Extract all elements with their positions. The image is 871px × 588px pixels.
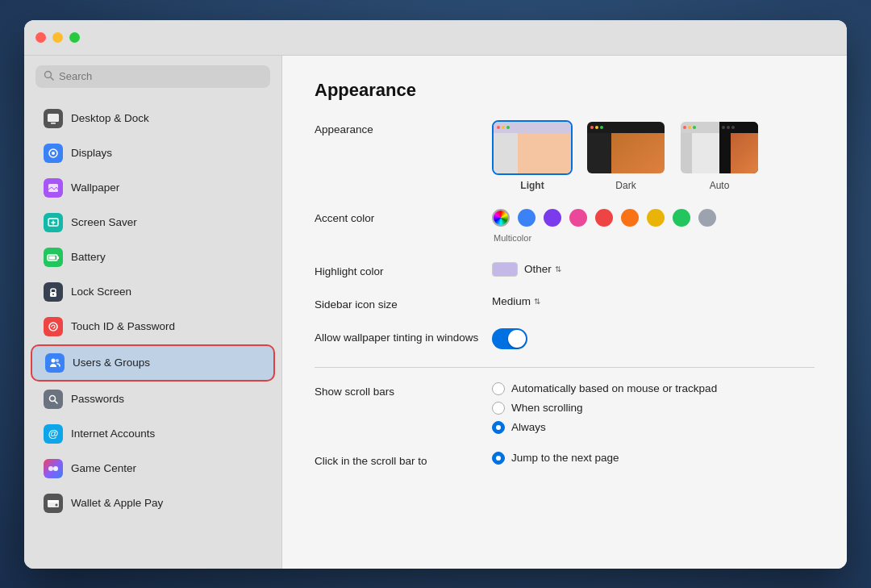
sidebar-item-label: Passwords bbox=[71, 393, 124, 405]
internet-accounts-icon: @ bbox=[44, 424, 63, 444]
appearance-name-dark: Dark bbox=[615, 180, 636, 191]
svg-line-1 bbox=[51, 77, 53, 80]
accent-color-label: Accent color bbox=[315, 209, 492, 224]
scroll-bars-auto-label: Automatically based on mouse or trackpad bbox=[511, 382, 717, 394]
search-bar[interactable] bbox=[35, 65, 270, 88]
appearance-option-light[interactable]: Light bbox=[492, 120, 573, 191]
battery-icon bbox=[44, 248, 63, 267]
search-input[interactable] bbox=[59, 70, 262, 82]
accent-green[interactable] bbox=[673, 209, 690, 227]
sidebar-item-wallet[interactable]: Wallet & Apple Pay bbox=[31, 486, 275, 520]
svg-point-0 bbox=[45, 71, 52, 77]
click-scroll-bar-control: Jump to the next page bbox=[492, 452, 815, 465]
svg-point-12 bbox=[52, 294, 54, 295]
thumb-red-dot bbox=[497, 126, 500, 129]
sidebar-item-passwords[interactable]: Passwords bbox=[31, 382, 275, 416]
sidebar-item-label: Desktop & Dock bbox=[71, 112, 149, 124]
sidebar-item-label: Wallpaper bbox=[71, 181, 119, 194]
appearance-thumb-light bbox=[492, 120, 573, 175]
svg-rect-2 bbox=[48, 114, 59, 122]
sidebar-item-label: Battery bbox=[71, 251, 106, 263]
highlight-color-control: Other ⇅ bbox=[492, 262, 815, 277]
svg-point-13 bbox=[49, 323, 57, 331]
appearance-thumb-dark bbox=[586, 120, 666, 175]
traffic-lights bbox=[35, 32, 80, 43]
svg-point-14 bbox=[52, 358, 56, 362]
sidebar-item-label: Touch ID & Password bbox=[71, 320, 175, 332]
sidebar-icon-size-control: Medium ⇅ bbox=[492, 295, 815, 307]
wallpaper-tinting-row: Allow wallpaper tinting in windows bbox=[315, 328, 815, 349]
thumb-main bbox=[611, 133, 665, 175]
highlight-swatch[interactable] bbox=[492, 262, 518, 277]
sidebar-item-battery[interactable]: Battery bbox=[31, 240, 275, 274]
sidebar-item-displays[interactable]: Displays bbox=[31, 136, 275, 170]
wallpaper-tinting-control bbox=[492, 328, 815, 349]
highlight-color-label: Highlight color bbox=[315, 262, 492, 277]
accent-graphite[interactable] bbox=[698, 209, 716, 227]
sidebar-item-label: Lock Screen bbox=[71, 286, 131, 298]
sidebar-item-desktop-dock[interactable]: Desktop & Dock bbox=[31, 102, 275, 136]
appearance-option-auto[interactable]: Auto bbox=[679, 120, 760, 191]
scroll-bars-scrolling[interactable]: When scrolling bbox=[492, 402, 717, 415]
highlight-color-row: Highlight color Other ⇅ bbox=[315, 262, 815, 277]
accent-multicolor[interactable] bbox=[492, 209, 510, 227]
accent-color-row: Accent color bbox=[315, 209, 815, 244]
click-scroll-jump-page[interactable]: Jump to the next page bbox=[492, 452, 619, 465]
sidebar-item-wallpaper[interactable]: Wallpaper bbox=[31, 171, 275, 205]
thumb-red-dot bbox=[590, 126, 594, 129]
minimize-button[interactable] bbox=[52, 32, 63, 43]
sidebar-icon-size-value: Medium bbox=[492, 295, 531, 307]
toggle-knob bbox=[508, 330, 526, 348]
sidebar-item-users-groups[interactable]: Users & Groups bbox=[31, 344, 275, 382]
scroll-bars-auto[interactable]: Automatically based on mouse or trackpad bbox=[492, 382, 717, 395]
sidebar-item-touch-id[interactable]: Touch ID & Password bbox=[31, 310, 275, 344]
click-scroll-bar-label: Click in the scroll bar to bbox=[315, 452, 492, 467]
close-button[interactable] bbox=[35, 32, 46, 43]
sidebar-item-game-center[interactable]: Game Center bbox=[31, 452, 275, 486]
sidebar-item-label: Internet Accounts bbox=[71, 427, 155, 440]
appearance-control: Light bbox=[492, 120, 815, 191]
appearance-name-light: Light bbox=[520, 180, 544, 191]
sidebar-list: Desktop & Dock Displays bbox=[24, 98, 281, 569]
sidebar-item-screen-saver[interactable]: Screen Saver bbox=[31, 206, 275, 240]
accent-yellow[interactable] bbox=[647, 209, 665, 227]
sidebar-icon-size-label: Sidebar icon size bbox=[315, 295, 492, 311]
scroll-bars-always-label: Always bbox=[511, 421, 546, 433]
appearance-option-dark[interactable]: Dark bbox=[586, 120, 666, 191]
sidebar-item-label: Game Center bbox=[71, 462, 136, 474]
accent-red[interactable] bbox=[595, 209, 613, 227]
content-area: Desktop & Dock Displays bbox=[24, 56, 847, 569]
accent-colors: Multicolor bbox=[492, 209, 716, 244]
users-groups-icon bbox=[45, 353, 65, 373]
wallpaper-tinting-toggle[interactable] bbox=[492, 328, 527, 349]
accent-pink[interactable] bbox=[569, 209, 587, 227]
highlight-dropdown[interactable]: Other ⇅ bbox=[524, 263, 561, 275]
sidebar-item-internet-accounts[interactable]: @ Internet Accounts bbox=[31, 417, 275, 451]
wallet-icon bbox=[44, 494, 63, 513]
accent-purple[interactable] bbox=[544, 209, 561, 227]
scroll-bars-scrolling-label: When scrolling bbox=[511, 402, 583, 414]
appearance-thumb-auto bbox=[679, 120, 760, 175]
maximize-button[interactable] bbox=[69, 32, 80, 43]
svg-point-15 bbox=[56, 359, 59, 362]
accent-orange[interactable] bbox=[621, 209, 639, 227]
radio-circle-always bbox=[492, 421, 505, 434]
wallpaper-icon bbox=[44, 178, 63, 198]
game-center-icon bbox=[44, 459, 63, 478]
thumb-green-dot bbox=[600, 126, 603, 129]
sidebar-icon-size-dropdown[interactable]: Medium ⇅ bbox=[492, 295, 540, 307]
accent-blue[interactable] bbox=[518, 209, 536, 227]
sidebar-icon-size-row: Sidebar icon size Medium ⇅ bbox=[315, 295, 815, 311]
svg-point-5 bbox=[52, 152, 55, 155]
radio-circle-scrolling bbox=[492, 402, 505, 415]
svg-rect-9 bbox=[49, 256, 56, 259]
accent-row bbox=[492, 209, 716, 227]
highlight-control: Other ⇅ bbox=[492, 262, 561, 277]
click-scroll-radio-group: Jump to the next page bbox=[492, 452, 619, 465]
svg-point-22 bbox=[56, 503, 58, 506]
sidebar-item-lock-screen[interactable]: Lock Screen bbox=[31, 275, 275, 309]
thumb-green-dot bbox=[506, 126, 510, 129]
thumb-main bbox=[518, 133, 571, 175]
scroll-bars-always[interactable]: Always bbox=[492, 421, 717, 434]
svg-line-17 bbox=[55, 400, 58, 403]
